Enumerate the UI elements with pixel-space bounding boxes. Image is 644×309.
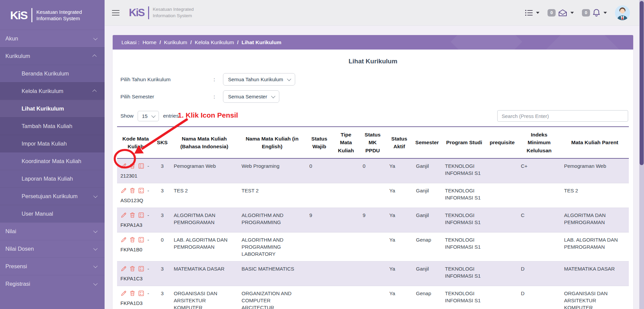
app-name-line1: Kesatuan Integrated	[153, 6, 194, 12]
cell-status-wajib: 0	[306, 158, 333, 183]
cell-prodi: TEKNOLOGI INFORMASI S1	[442, 232, 487, 261]
cell-nama-en: BASIC MATHEMATICS	[238, 261, 306, 286]
cell-parent: ALGORITMA DAN PEMROGRAMAN	[561, 208, 629, 232]
logo-divider	[148, 6, 149, 19]
cell-status-wajib	[306, 232, 333, 261]
sidebar-item-label: Beranda Kurikulum	[22, 70, 69, 77]
cell-parent: ORGANISASI DAN ARSITEKTUR KOMPUTER	[561, 286, 629, 309]
vertical-scrollbar-thumb[interactable]	[640, 1, 644, 165]
breadcrumb-kurikulum[interactable]: Kurikulum	[164, 39, 187, 45]
sidebar-item-label: Registrasi	[5, 281, 30, 287]
filter-tahun-row: Pilih Tahun Kurikulum : Semua Tahun Kuri…	[120, 73, 629, 86]
pencil-icon[interactable]	[120, 290, 127, 297]
breadcrumb-kelola-kurikulum[interactable]: Kelola Kurikulum	[195, 39, 234, 45]
sidebar-item-lihat-kurikulum[interactable]: Lihat Kurikulum	[0, 100, 105, 117]
detail-card-icon[interactable]	[138, 237, 144, 243]
pencil-icon[interactable]	[120, 187, 127, 194]
vertical-scrollbar-track[interactable]	[639, 0, 644, 309]
cell-sks: 3	[154, 261, 170, 286]
sidebar-item-kurikulum[interactable]: Kurikulum	[0, 47, 105, 65]
course-code: FKPA1A3	[120, 221, 151, 228]
cell-aktif: Ya	[386, 286, 413, 309]
col-tipe-mata-kuliah: Tipe Mata Kuliah	[333, 127, 359, 158]
semester-select-value: Semua Semester	[228, 94, 267, 99]
hamburger-menu-icon[interactable]	[112, 8, 119, 17]
semester-select[interactable]: Semua Semester	[223, 90, 279, 103]
detail-card-icon[interactable]	[138, 266, 144, 272]
cell-tipe	[333, 232, 359, 261]
page-size-select[interactable]: 15	[138, 111, 159, 121]
caret-down-icon	[570, 12, 574, 14]
pencil-icon[interactable]	[120, 266, 127, 272]
trash-icon[interactable]	[129, 290, 136, 297]
sidebar-item-beranda-kurikulum[interactable]: Beranda Kurikulum	[0, 65, 105, 82]
chevron-down-icon	[287, 77, 291, 81]
trash-icon[interactable]	[129, 237, 136, 243]
sidebar-item-user-manual[interactable]: User Manual	[0, 205, 105, 222]
trash-icon[interactable]	[129, 212, 136, 218]
trash-icon[interactable]	[129, 187, 136, 194]
actions-and-code-cell: - FKPA1C3	[117, 261, 154, 286]
list-menu-icon	[525, 9, 533, 16]
trash-icon[interactable]	[129, 266, 136, 272]
detail-card-icon[interactable]	[138, 290, 144, 297]
breadcrumb-home[interactable]: Home	[142, 39, 156, 45]
pencil-icon[interactable]	[120, 212, 127, 218]
sidebar-item-registrasi[interactable]: Registrasi	[0, 275, 105, 292]
semester-filter-label: Pilih Semester	[120, 94, 214, 100]
chevron-down-icon	[93, 281, 98, 286]
sidebar-item-impor-mata-kuliah[interactable]: Impor Mata Kuliah	[0, 135, 105, 152]
sidebar-item-label: Tambah Mata Kuliah	[22, 123, 72, 129]
tahun-kurikulum-select[interactable]: Semua Tahun Kurikulum	[223, 73, 295, 86]
course-code: FKPA1D3	[120, 300, 151, 307]
detail-card-icon[interactable]	[138, 212, 144, 218]
actions-and-code-cell: - ASD123Q	[117, 183, 154, 208]
detail-card-icon[interactable]	[138, 163, 144, 169]
cell-nama-en: Web Programing	[238, 158, 306, 183]
trash-icon[interactable]	[129, 163, 136, 169]
cell-indeks	[517, 232, 561, 261]
breadcrumb-prefix: Lokasi :	[121, 39, 139, 45]
app-name-line2: Information System	[36, 15, 82, 22]
sidebar-item-kelola-kurikulum[interactable]: Kelola Kurikulum	[0, 82, 105, 100]
cell-prodi: TEKNOLOGI INFORMASI S1	[442, 158, 487, 183]
notifications-menu[interactable]: 0	[582, 8, 607, 17]
messages-menu[interactable]: 0	[548, 9, 574, 17]
search-input[interactable]	[497, 110, 628, 122]
sidebar-item-nilai-dosen[interactable]: Nilai Dosen	[0, 240, 105, 257]
cell-parent: Pemograman Web	[561, 158, 629, 183]
topbar: KiS Kesatuan Integrated Information Syst…	[105, 0, 639, 26]
sidebar-item-tambah-mata-kuliah[interactable]: Tambah Mata Kuliah	[0, 117, 105, 135]
detail-card-icon[interactable]	[138, 187, 144, 194]
sidebar-item-presensi[interactable]: Presensi	[0, 257, 105, 275]
sidebar-item-laporan-mata-kuliah[interactable]: Laporan Mata Kuliah	[0, 170, 105, 187]
course-code: FKPA1C3	[120, 275, 151, 282]
cell-sks: 3	[154, 158, 170, 183]
actions-and-code-cell: - FKPA1A3	[117, 208, 154, 232]
sidebar-nav: Akun Kurikulum Beranda Kurikulum Kelola …	[0, 30, 105, 292]
cell-prodi: TEKNOLOGI INFORMASI S1	[442, 183, 487, 208]
table-row: - FKPA1D33ORGANISASI DAN ARSITEKTUR KOMP…	[117, 286, 629, 309]
cell-aktif: Ya	[386, 183, 413, 208]
cell-sks: 3	[154, 286, 170, 309]
messages-count-badge: 0	[548, 9, 556, 17]
sidebar-item-akun[interactable]: Akun	[0, 30, 105, 47]
chevron-down-icon	[93, 36, 98, 40]
cell-parent: LAB. ALGORITMA DAN PEMROGRAMAN	[561, 232, 629, 261]
user-avatar[interactable]	[615, 5, 630, 20]
sidebar-item-label: User Manual	[22, 211, 53, 217]
sidebar-item-koordinator-mata-kuliah[interactable]: Koordinator Mata Kuliah	[0, 152, 105, 170]
cell-tipe	[333, 158, 359, 183]
cell-nama-id: MATEMATIKA DASAR	[170, 261, 238, 286]
sidebar-item-nilai[interactable]: Nilai	[0, 222, 105, 240]
sidebar-item-persetujuan-kurikulum[interactable]: Persetujuan Kurikulum	[0, 187, 105, 205]
pencil-icon[interactable]	[120, 237, 127, 243]
col-nama-id: Nama Mata Kuliah (Bahasa Indonesia)	[170, 127, 238, 158]
sidebar-item-label: Presensi	[5, 263, 27, 270]
cell-nama-en: ALGORITHM AND PROGRAMMING LABORATORY	[238, 232, 306, 261]
pencil-icon[interactable]	[120, 163, 127, 169]
task-list-menu[interactable]	[525, 9, 539, 16]
chevron-down-icon	[93, 229, 98, 233]
cell-prodi: TEKNOLOGI INFORMASI S1	[442, 208, 487, 232]
app-logo-name: Kesatuan Integrated Information System	[36, 9, 82, 22]
